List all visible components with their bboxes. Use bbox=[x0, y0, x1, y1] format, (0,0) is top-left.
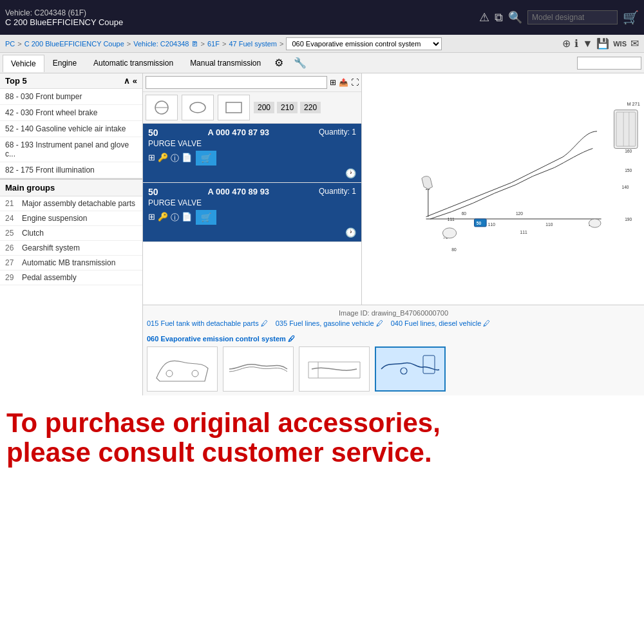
diagram-label-m271: M 271 bbox=[627, 101, 639, 107]
sidebar-item-top5-5[interactable]: 82 - 175 Front illumination bbox=[0, 162, 142, 178]
sidebar-group-25[interactable]: 25 Clutch bbox=[0, 226, 142, 241]
export-icon[interactable]: 📤 bbox=[339, 78, 348, 87]
image-tab-040[interactable]: 040 Fuel lines, diesel vehicle 🖊 bbox=[391, 319, 491, 327]
sidebar-group-26[interactable]: 26 Gearshift system bbox=[0, 241, 142, 256]
grid-view-icon[interactable]: ⊞ bbox=[330, 78, 336, 87]
warning-icon[interactable]: ⚠ bbox=[479, 10, 489, 24]
thumbnail-040[interactable] bbox=[299, 346, 370, 392]
breadcrumb-fuel-system[interactable]: 47 Fuel system bbox=[229, 40, 277, 48]
group-label-25: Clutch bbox=[22, 229, 44, 238]
tab-manual-transmission[interactable]: Manual transmission bbox=[182, 54, 269, 71]
clock-icon-2[interactable]: 🕐 bbox=[345, 227, 356, 238]
collapse-icon[interactable]: ∧ bbox=[124, 76, 130, 86]
img-tab-200[interactable]: 200 bbox=[254, 102, 274, 113]
img-tab-220[interactable]: 220 bbox=[300, 102, 321, 113]
key-icon-2[interactable]: 🔑 bbox=[158, 212, 168, 223]
mail-icon[interactable]: ✉ bbox=[630, 37, 639, 50]
part-icons-1: ⊞ 🔑 ⓘ 📄 bbox=[148, 153, 192, 164]
part-image-row: 200 210 220 bbox=[143, 92, 361, 124]
key-icon-1[interactable]: 🔑 bbox=[158, 153, 168, 164]
bottom-text-line2: please consult customer service. bbox=[6, 438, 638, 468]
part-number-1: A 000 470 87 93 bbox=[207, 128, 269, 137]
part-thumb-1[interactable] bbox=[146, 95, 178, 120]
part-card-2[interactable]: 50 A 000 470 89 93 Quantity: 1 PURGE VAL… bbox=[143, 183, 361, 242]
part-card-1[interactable]: 50 A 000 470 87 93 Quantity: 1 PURGE VAL… bbox=[143, 124, 361, 183]
tab-search-input[interactable] bbox=[577, 57, 641, 70]
zoom-in-icon[interactable]: ⊕ bbox=[562, 37, 571, 50]
sidebar-group-24[interactable]: 24 Engine suspension bbox=[0, 211, 142, 226]
tab-vehicle[interactable]: Vehicle bbox=[3, 55, 44, 72]
thumbnail-035[interactable] bbox=[223, 346, 294, 392]
part-row1-1: 50 A 000 470 87 93 Quantity: 1 bbox=[148, 128, 356, 138]
tab-engine[interactable]: Engine bbox=[44, 54, 85, 71]
part-thumb-2[interactable] bbox=[182, 95, 214, 120]
diagram-label-80: 80 bbox=[451, 247, 457, 252]
diagram-label-160: 160 bbox=[625, 149, 632, 153]
info-icon-1[interactable]: ⓘ bbox=[171, 153, 179, 164]
info-icon[interactable]: ℹ bbox=[574, 37, 578, 50]
sidebar-item-top5-3[interactable]: 52 - 140 Gasoline vehicle air intake bbox=[0, 121, 142, 137]
sidebar-group-21[interactable]: 21 Major assembly detachable parts bbox=[0, 196, 142, 211]
top5-header: Top 5 ∧ « bbox=[0, 73, 142, 89]
group-label-21: Major assembly detachable parts bbox=[22, 199, 135, 208]
group-num-27: 27 bbox=[5, 258, 18, 267]
wis-icon[interactable]: WIS bbox=[613, 40, 627, 48]
search-icon[interactable]: 🔍 bbox=[508, 10, 522, 24]
group-num-29: 29 bbox=[5, 273, 18, 282]
breadcrumb-subsystem-dropdown[interactable]: 060 Evaporative emission control system bbox=[286, 37, 442, 50]
diagram-label-140: 140 bbox=[621, 185, 629, 190]
model-search-input[interactable] bbox=[527, 10, 618, 24]
table-icon-2[interactable]: ⊞ bbox=[148, 212, 155, 223]
diagram-label-111-right: 111 bbox=[520, 230, 527, 234]
tab-icon-2[interactable]: 🔧 bbox=[289, 54, 312, 71]
parts-search-input[interactable] bbox=[146, 76, 327, 89]
sidebar-group-27[interactable]: 27 Automatic MB transmission bbox=[0, 256, 142, 270]
diagram-label-50: 50 bbox=[477, 221, 482, 225]
image-tab-035[interactable]: 035 Fuel lines, gasoline vehicle 🖊 bbox=[276, 319, 383, 327]
part-thumb-3[interactable] bbox=[218, 95, 250, 120]
sidebar-item-top5-2[interactable]: 42 - 030 Front wheel brake bbox=[0, 105, 142, 121]
thumbnail-060[interactable] bbox=[375, 346, 446, 392]
tab-automatic-transmission[interactable]: Automatic transmission bbox=[85, 54, 182, 71]
part-row1-2: 50 A 000 470 89 93 Quantity: 1 bbox=[148, 187, 356, 197]
img-tab-210[interactable]: 210 bbox=[277, 102, 298, 113]
cart-icon[interactable]: 🛒 bbox=[623, 10, 639, 25]
table-icon-1[interactable]: ⊞ bbox=[148, 153, 155, 164]
image-id-label: Image ID: drawing_B47060000700 bbox=[147, 309, 640, 317]
save-icon[interactable]: 💾 bbox=[596, 37, 609, 50]
sidebar-group-29[interactable]: 29 Pedal assembly bbox=[0, 270, 142, 285]
part-icons-2: ⊞ 🔑 ⓘ 📄 bbox=[148, 212, 192, 223]
group-num-21: 21 bbox=[5, 199, 18, 208]
doc-icon-1[interactable]: 📄 bbox=[182, 153, 192, 164]
filter-icon[interactable]: ▼ bbox=[582, 38, 592, 50]
breadcrumb-pc[interactable]: PC bbox=[5, 40, 15, 48]
scroll-left-icon[interactable]: « bbox=[133, 76, 137, 86]
sidebar-item-top5-1[interactable]: 88 - 030 Front bumper bbox=[0, 89, 142, 105]
top5-controls: ∧ « bbox=[124, 76, 137, 86]
main-tabs: Vehicle Engine Automatic transmission Ma… bbox=[0, 53, 644, 73]
copy-icon[interactable]: ⧉ bbox=[495, 11, 503, 24]
doc-icon-2[interactable]: 📄 bbox=[182, 212, 192, 223]
part-number-2: A 000 470 89 93 bbox=[207, 187, 269, 196]
thumbnail-015[interactable] bbox=[147, 346, 218, 392]
bottom-text-line1: To purchase original accessories, bbox=[6, 408, 638, 438]
info-icon-2[interactable]: ⓘ bbox=[171, 212, 179, 223]
part-name-2: PURGE VALVE bbox=[148, 198, 356, 207]
add-to-cart-btn-1[interactable]: 🛒 bbox=[196, 151, 216, 166]
sidebar-item-top5-4[interactable]: 68 - 193 Instrument panel and glove c... bbox=[0, 137, 142, 162]
tab-icon-1[interactable]: ⚙ bbox=[269, 54, 289, 71]
group-num-26: 26 bbox=[5, 243, 18, 252]
breadcrumb-61f[interactable]: 61F bbox=[207, 40, 220, 48]
add-to-cart-btn-2[interactable]: 🛒 bbox=[196, 210, 216, 225]
svg-rect-6 bbox=[616, 112, 636, 146]
fullscreen-icon[interactable]: ⛶ bbox=[351, 78, 359, 87]
image-tab-060[interactable]: 060 Evaporative emission control system … bbox=[147, 335, 295, 343]
breadcrumb-vehicle-model[interactable]: C 200 BlueEFFICIENCY Coupe bbox=[24, 40, 124, 48]
image-tab-015[interactable]: 015 Fuel tank with detachable parts 🖊 bbox=[147, 319, 268, 327]
sidebar: Top 5 ∧ « 88 - 030 Front bumper 42 - 030… bbox=[0, 73, 143, 395]
image-number-tabs: 200 210 220 bbox=[254, 95, 321, 120]
clock-icon-1[interactable]: 🕐 bbox=[345, 168, 356, 178]
group-label-26: Gearshift system bbox=[22, 243, 80, 252]
group-num-25: 25 bbox=[5, 229, 18, 238]
breadcrumb-vehicle-id[interactable]: Vehicle: C204348 🖹 bbox=[133, 40, 198, 48]
